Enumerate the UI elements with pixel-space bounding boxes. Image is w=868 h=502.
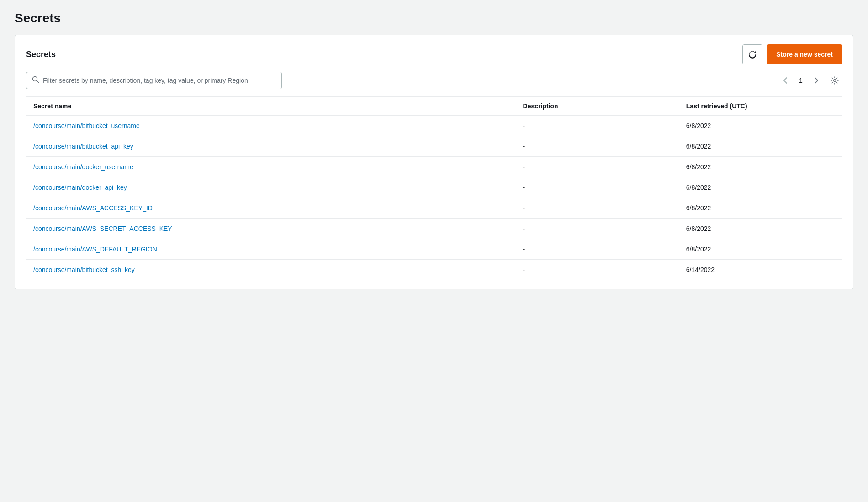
- table-header: Secret name Description Last retrieved (…: [26, 97, 842, 116]
- secret-name-cell: /concourse/main/bitbucket_username: [26, 116, 516, 136]
- secrets-card: Secrets Store a new secret: [15, 35, 853, 289]
- secret-last-retrieved-cell: 6/14/2022: [679, 260, 842, 280]
- secret-last-retrieved-cell: 6/8/2022: [679, 219, 842, 239]
- secret-name-cell: /concourse/main/AWS_DEFAULT_REGION: [26, 239, 516, 260]
- search-input[interactable]: [43, 77, 276, 84]
- table-row: /concourse/main/bitbucket_username-6/8/2…: [26, 116, 842, 136]
- secret-description-cell: -: [516, 219, 679, 239]
- secret-last-retrieved-cell: 6/8/2022: [679, 198, 842, 219]
- secret-name-cell: /concourse/main/docker_api_key: [26, 177, 516, 198]
- secret-description-cell: -: [516, 198, 679, 219]
- secret-name-link[interactable]: /concourse/main/bitbucket_ssh_key: [33, 266, 135, 273]
- secret-description-cell: -: [516, 260, 679, 280]
- secrets-table: Secret name Description Last retrieved (…: [26, 97, 842, 280]
- secret-name-cell: /concourse/main/AWS_SECRET_ACCESS_KEY: [26, 219, 516, 239]
- table-row: /concourse/main/docker_username-6/8/2022: [26, 157, 842, 177]
- secret-name-cell: /concourse/main/docker_username: [26, 157, 516, 177]
- secret-name-link[interactable]: /concourse/main/AWS_SECRET_ACCESS_KEY: [33, 225, 172, 232]
- card-header: Secrets Store a new secret: [26, 44, 842, 64]
- secret-name-cell: /concourse/main/bitbucket_ssh_key: [26, 260, 516, 280]
- search-input-wrapper: [26, 72, 282, 89]
- secret-last-retrieved-cell: 6/8/2022: [679, 116, 842, 136]
- gear-icon: [831, 76, 839, 85]
- col-header-name: Secret name: [26, 97, 516, 116]
- search-bar-row: 1: [26, 72, 842, 89]
- table-row: /concourse/main/bitbucket_api_key-6/8/20…: [26, 136, 842, 157]
- secret-last-retrieved-cell: 6/8/2022: [679, 136, 842, 157]
- col-header-description: Description: [516, 97, 679, 116]
- pagination-current-page: 1: [796, 77, 805, 84]
- pagination-next-button[interactable]: [809, 73, 824, 88]
- secret-name-link[interactable]: /concourse/main/docker_username: [33, 163, 133, 171]
- secret-name-link[interactable]: /concourse/main/bitbucket_username: [33, 122, 140, 129]
- table-row: /concourse/main/bitbucket_ssh_key-6/14/2…: [26, 260, 842, 280]
- store-secret-button[interactable]: Store a new secret: [767, 44, 842, 64]
- table-row: /concourse/main/AWS_DEFAULT_REGION-6/8/2…: [26, 239, 842, 260]
- chevron-left-icon: [783, 77, 788, 84]
- secret-name-cell: /concourse/main/AWS_ACCESS_KEY_ID: [26, 198, 516, 219]
- secret-name-cell: /concourse/main/bitbucket_api_key: [26, 136, 516, 157]
- card-title: Secrets: [26, 50, 56, 59]
- secret-name-link[interactable]: /concourse/main/docker_api_key: [33, 184, 127, 191]
- secret-name-link[interactable]: /concourse/main/AWS_ACCESS_KEY_ID: [33, 204, 153, 212]
- table-settings-button[interactable]: [827, 73, 842, 88]
- secret-description-cell: -: [516, 157, 679, 177]
- table-row: /concourse/main/docker_api_key-6/8/2022: [26, 177, 842, 198]
- refresh-icon: [748, 50, 757, 59]
- secret-description-cell: -: [516, 116, 679, 136]
- page-title: Secrets: [15, 11, 853, 26]
- svg-line-1: [37, 81, 39, 83]
- secret-description-cell: -: [516, 239, 679, 260]
- pagination-prev-button[interactable]: [778, 73, 793, 88]
- chevron-right-icon: [814, 77, 819, 84]
- secret-last-retrieved-cell: 6/8/2022: [679, 157, 842, 177]
- pagination-controls: 1: [778, 73, 842, 88]
- secret-description-cell: -: [516, 177, 679, 198]
- table-row: /concourse/main/AWS_SECRET_ACCESS_KEY-6/…: [26, 219, 842, 239]
- svg-point-2: [834, 80, 836, 82]
- table-body: /concourse/main/bitbucket_username-6/8/2…: [26, 116, 842, 280]
- search-icon: [32, 76, 39, 85]
- col-header-last-retrieved: Last retrieved (UTC): [679, 97, 842, 116]
- table-row: /concourse/main/AWS_ACCESS_KEY_ID-6/8/20…: [26, 198, 842, 219]
- secret-last-retrieved-cell: 6/8/2022: [679, 239, 842, 260]
- secret-name-link[interactable]: /concourse/main/bitbucket_api_key: [33, 143, 133, 150]
- secret-name-link[interactable]: /concourse/main/AWS_DEFAULT_REGION: [33, 246, 157, 253]
- secret-description-cell: -: [516, 136, 679, 157]
- header-actions: Store a new secret: [742, 44, 842, 64]
- refresh-button[interactable]: [742, 44, 762, 64]
- secret-last-retrieved-cell: 6/8/2022: [679, 177, 842, 198]
